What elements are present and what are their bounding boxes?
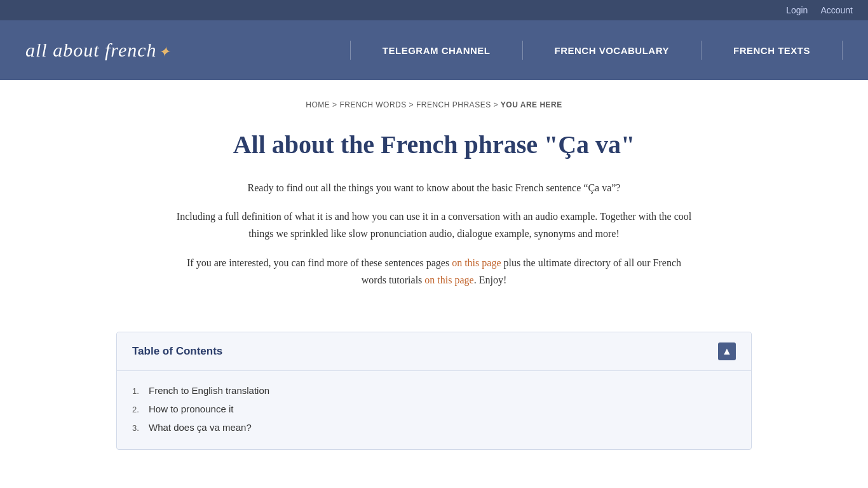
toc-toggle-button[interactable]: ▲ — [718, 342, 736, 360]
toc-link-3[interactable]: What does ça va mean? — [149, 422, 252, 433]
breadcrumb-french-words[interactable]: FRENCH WORDS — [339, 100, 406, 109]
nav-vocabulary[interactable]: FRENCH VOCABULARY — [523, 45, 701, 56]
intro-p3-before: If you are interested, you can find more… — [187, 257, 452, 268]
toc-item-3: 3. What does ça va mean? — [132, 418, 736, 437]
nav-telegram[interactable]: TELEGRAM CHANNEL — [351, 45, 522, 56]
toc-num-1: 1. — [132, 386, 144, 396]
nav-links: TELEGRAM CHANNEL FRENCH VOCABULARY FRENC… — [350, 41, 843, 60]
page-title: All about the French phrase "Ça va" — [25, 130, 843, 160]
logo-wordmark: all about french — [25, 39, 157, 60]
breadcrumb-home[interactable]: HOME — [306, 100, 330, 109]
toc-title: Table of Contents — [132, 345, 222, 358]
toc-header: Table of Contents ▲ — [117, 332, 751, 371]
logo-star-icon: ✦ — [158, 44, 170, 60]
toc-num-2: 2. — [132, 405, 144, 414]
intro-paragraph-3: If you are interested, you can find more… — [173, 254, 695, 288]
logo-text: all about french✦ — [25, 39, 170, 60]
intro-p3-after: . Enjoy! — [474, 274, 507, 285]
breadcrumb-area: HOME > FRENCH WORDS > FRENCH PHRASES > Y… — [0, 80, 868, 117]
login-link[interactable]: Login — [786, 5, 808, 15]
breadcrumb-sep: > — [330, 100, 339, 109]
breadcrumb-sep: > — [491, 100, 501, 109]
nav-texts[interactable]: FRENCH TEXTS — [702, 45, 842, 56]
intro-area: Ready to find out all the things you wan… — [148, 179, 720, 319]
intro-link-1[interactable]: on this page — [452, 257, 501, 268]
breadcrumb-french-phrases[interactable]: FRENCH PHRASES — [416, 100, 491, 109]
intro-paragraph-1: Ready to find out all the things you wan… — [173, 179, 695, 196]
toc-box: Table of Contents ▲ 1. French to English… — [116, 332, 752, 450]
breadcrumb-sep: > — [407, 100, 416, 109]
toc-item-1: 1. French to English translation — [132, 381, 736, 400]
toc-container: Table of Contents ▲ 1. French to English… — [91, 332, 777, 450]
account-link[interactable]: Account — [820, 5, 853, 15]
toc-num-3: 3. — [132, 423, 144, 433]
intro-link-2[interactable]: on this page — [424, 274, 473, 285]
nav-bar: all about french✦ TELEGRAM CHANNEL FRENC… — [0, 20, 868, 80]
intro-paragraph-2: Including a full definition of what it i… — [173, 208, 695, 242]
toc-list: 1. French to English translation 2. How … — [117, 371, 751, 449]
logo-area: all about french✦ — [25, 39, 170, 61]
page-title-area: All about the French phrase "Ça va" — [0, 117, 868, 179]
toc-link-2[interactable]: How to pronounce it — [149, 403, 233, 414]
toc-link-1[interactable]: French to English translation — [149, 385, 269, 396]
breadcrumb-current: YOU ARE HERE — [501, 100, 562, 109]
top-bar: Login Account — [0, 0, 868, 20]
toc-item-2: 2. How to pronounce it — [132, 400, 736, 418]
nav-divider — [842, 41, 843, 60]
breadcrumb: HOME > FRENCH WORDS > FRENCH PHRASES > Y… — [0, 100, 868, 109]
